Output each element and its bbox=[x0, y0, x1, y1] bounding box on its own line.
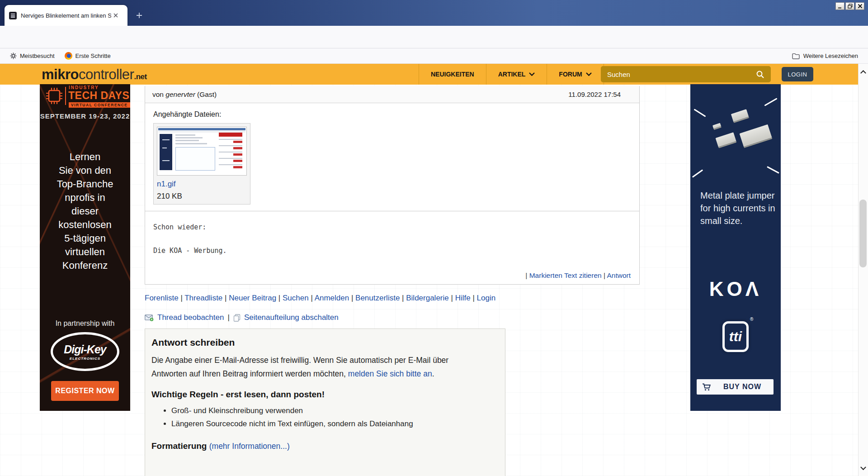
login-hint-link[interactable]: melden Sie sich bitte an bbox=[348, 369, 432, 378]
bookmark-getting-started[interactable]: Erste Schritte bbox=[65, 52, 111, 60]
site-nav: NEUIGKEITEN ARTIKEL FORUM bbox=[419, 64, 604, 85]
site-logo[interactable]: mikrocontroller.net bbox=[42, 67, 147, 83]
link-neuer-beitrag[interactable]: Neuer Beitrag bbox=[229, 294, 276, 302]
window-controls bbox=[835, 2, 864, 10]
link-login[interactable]: Login bbox=[477, 294, 496, 302]
ad-body-text: Lernen Sie von den Top-Branche nprofis i… bbox=[40, 150, 130, 272]
ray-decoration bbox=[767, 166, 779, 174]
link-suchen[interactable]: Suchen bbox=[283, 294, 309, 302]
link-forenliste[interactable]: Forenliste bbox=[145, 294, 179, 302]
tab-close-icon[interactable] bbox=[113, 13, 118, 18]
reply-info-text: Die Angabe einer E-Mail-Adresse ist frei… bbox=[151, 353, 468, 381]
left-ad-banner[interactable]: INDUSTRY TECH DAYS VIRTUAL CONFERENCE SE… bbox=[40, 84, 130, 411]
bookmark-label: Erste Schritte bbox=[75, 52, 111, 59]
ad-title: TECH DAYS bbox=[68, 90, 129, 102]
ad-partnership-text: In partnership with bbox=[40, 319, 130, 328]
favicon-icon bbox=[9, 12, 17, 19]
scroll-up-icon[interactable] bbox=[858, 66, 868, 77]
nav-forum[interactable]: FORUM bbox=[547, 64, 603, 85]
tti-logo: tti bbox=[722, 321, 749, 352]
ray-decoration bbox=[693, 109, 706, 117]
browser-tab[interactable]: Nerviges Blinkelement am linken Se bbox=[5, 5, 127, 26]
watch-thread-icon bbox=[145, 314, 154, 321]
register-now-button[interactable]: REGISTER NOW bbox=[51, 381, 119, 401]
search-icon[interactable] bbox=[756, 70, 764, 79]
restore-button[interactable] bbox=[845, 2, 854, 10]
close-button[interactable] bbox=[855, 2, 864, 10]
post-author[interactable]: genervter bbox=[165, 90, 195, 98]
reply-title: Antwort schreiben bbox=[151, 337, 499, 348]
nav-neuigkeiten[interactable]: NEUIGKEITEN bbox=[419, 64, 486, 85]
chip-image bbox=[739, 124, 772, 148]
bookmark-label: Meistbesucht bbox=[20, 52, 55, 59]
bookmark-label: Weitere Lesezeichen bbox=[803, 52, 858, 59]
browser-window: Nerviges Blinkelement am linken Se ← → ↻ bbox=[0, 0, 868, 476]
ad-text: Metal plate jumper for high currents in … bbox=[700, 189, 775, 227]
site-search-placeholder: Suchen bbox=[607, 71, 630, 78]
minimize-button[interactable] bbox=[835, 2, 844, 10]
tab-title: Nerviges Blinkelement am linken Se bbox=[21, 12, 111, 19]
post-datetime: 11.09.2022 17:54 bbox=[568, 90, 621, 98]
chevron-down-icon bbox=[586, 72, 592, 76]
post-byline: von genervter (Gast) 11.09.2022 17:54 bbox=[145, 86, 639, 103]
attachments-section: Angehängte Dateien: bbox=[145, 103, 639, 211]
chip-icon bbox=[44, 86, 64, 106]
scrollbar-thumb[interactable] bbox=[859, 200, 867, 267]
scroll-down-icon[interactable] bbox=[858, 462, 868, 474]
firefox-icon bbox=[65, 52, 72, 60]
reply-box: Antwort schreiben Die Angabe einer E-Mai… bbox=[145, 328, 505, 476]
folder-icon bbox=[792, 53, 800, 59]
right-ad-banner[interactable]: Metal plate jumper for high currents in … bbox=[690, 84, 781, 411]
navigation-toolbar: ← → ↻ https://www.mikrocontroller.net/to… bbox=[0, 26, 868, 48]
chip-image bbox=[731, 109, 750, 123]
formatting-heading: Formatierung (mehr Informationen...) bbox=[151, 441, 499, 451]
bookmark-most-visited[interactable]: Meistbesucht bbox=[10, 52, 55, 59]
rules-list: Groß- und Kleinschreibung verwenden Läng… bbox=[171, 404, 499, 430]
attachment-thumbnail[interactable] bbox=[157, 127, 247, 176]
page-scrollbar[interactable] bbox=[858, 64, 868, 476]
chevron-down-icon bbox=[529, 72, 535, 76]
chip-image bbox=[715, 132, 736, 148]
rules-title: Wichtige Regeln - erst lesen, dann poste… bbox=[151, 390, 499, 400]
post-body-text: Schon wieder: Die KOA - Werbung. bbox=[153, 221, 631, 257]
ad-subtitle: VIRTUAL CONFERENCE bbox=[69, 102, 130, 108]
ad-dates: SEPTEMBER 19-23, 2022 bbox=[40, 112, 130, 120]
nav-artikel[interactable]: ARTIKEL bbox=[486, 64, 547, 85]
link-benutzerliste[interactable]: Benutzerliste bbox=[355, 294, 400, 302]
ray-decoration bbox=[764, 98, 777, 106]
post-body-section: Schon wieder: Die KOA - Werbung. | Marki… bbox=[145, 211, 639, 284]
link-threadliste[interactable]: Threadliste bbox=[184, 294, 222, 302]
thread-actions: Thread beobachten | Seitenaufteilung abs… bbox=[145, 313, 339, 322]
more-bookmarks-button[interactable]: Weitere Lesezeichen bbox=[792, 52, 858, 59]
attachment-filename-link[interactable]: n1.gif bbox=[157, 180, 247, 189]
site-search-input[interactable]: Suchen bbox=[601, 66, 771, 82]
site-header: mikrocontroller.net NEUIGKEITEN ARTIKEL … bbox=[0, 64, 858, 85]
registered-mark: ® bbox=[750, 317, 753, 322]
chip-image bbox=[712, 123, 722, 130]
formatting-info-link[interactable]: (mehr Informationen...) bbox=[209, 442, 290, 451]
new-tab-button[interactable] bbox=[134, 10, 145, 21]
watch-thread-link[interactable]: Thread beobachten bbox=[157, 313, 224, 322]
split-pages-icon bbox=[233, 314, 241, 322]
attachment-card: n1.gif 210 KB bbox=[153, 123, 250, 205]
link-bildergalerie[interactable]: Bildergalerie bbox=[406, 294, 449, 302]
reply-link[interactable]: Antwort bbox=[607, 271, 631, 279]
post-author-line: von genervter (Gast) bbox=[152, 90, 217, 99]
post-actions: | Markierten Text zitieren | Antwort bbox=[525, 271, 631, 280]
forum-nav-links: Forenliste | Threadliste | Neuer Beitrag… bbox=[145, 293, 495, 304]
link-hilfe[interactable]: Hilfe bbox=[455, 294, 471, 302]
bookmarks-bar: Meistbesucht Erste Schritte Weitere Lese… bbox=[0, 48, 868, 64]
forum-post: von genervter (Gast) 11.09.2022 17:54 An… bbox=[145, 86, 640, 285]
buy-now-button[interactable]: BUY NOW bbox=[697, 379, 774, 395]
link-anmelden[interactable]: Anmelden bbox=[315, 294, 349, 302]
window-titlebar: Nerviges Blinkelement am linken Se bbox=[0, 0, 868, 26]
koa-logo: KOΛ bbox=[690, 278, 781, 300]
rule-item: Groß- und Kleinschreibung verwenden bbox=[171, 404, 499, 417]
quote-selected-link[interactable]: Markierten Text zitieren bbox=[529, 271, 602, 279]
login-button[interactable]: LOGIN bbox=[782, 67, 813, 81]
page-viewport: mikrocontroller.net NEUIGKEITEN ARTIKEL … bbox=[0, 64, 868, 476]
gear-icon bbox=[10, 52, 17, 59]
divider bbox=[65, 87, 66, 105]
toggle-pagination-link[interactable]: Seitenaufteilung abschalten bbox=[244, 313, 339, 322]
cart-icon bbox=[702, 383, 711, 391]
